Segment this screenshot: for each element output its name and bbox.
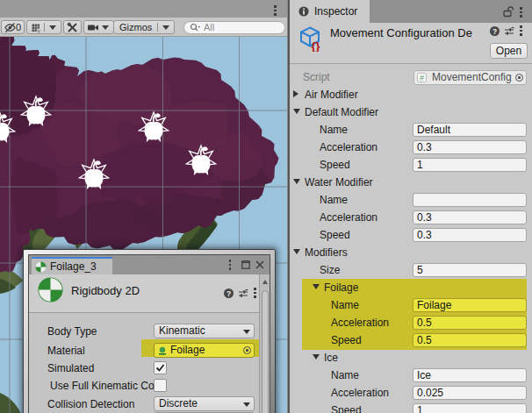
property-label: Simulated <box>47 362 94 374</box>
foldout-label[interactable]: Default Modifier <box>305 106 378 118</box>
property-label: Speed <box>331 334 362 346</box>
foldout-label[interactable]: Air Modifier <box>305 89 358 101</box>
text-field-acceleration[interactable]: 0.025 <box>413 386 527 400</box>
physics-material-icon <box>158 346 167 355</box>
property-label: Collision Detection <box>47 398 134 410</box>
object-field-material[interactable]: Foilage <box>154 343 255 358</box>
grid-visibility-icon: Y <box>30 22 41 33</box>
open-button[interactable]: Open <box>490 43 528 59</box>
foldout-water-modifier: Water Modifier <box>290 174 532 191</box>
dropdown-collision-detection[interactable]: Discrete <box>154 396 255 411</box>
property-label: Name <box>331 299 359 311</box>
chevron-down-icon <box>162 25 169 30</box>
camera-icon <box>87 22 100 33</box>
foldout-label[interactable]: Modifiers <box>305 246 348 259</box>
property-row: Simulated <box>29 359 260 376</box>
dropdown-body-type[interactable]: Kinematic <box>154 324 255 338</box>
text-field-speed[interactable]: 0.3 <box>413 228 527 242</box>
svg-text:{}: {} <box>312 39 320 52</box>
property-row-acceleration: Acceleration0.5 <box>290 314 532 331</box>
text-field-acceleration[interactable]: 0.3 <box>413 140 527 154</box>
text-field-name[interactable]: Foilage <box>413 298 527 312</box>
property-row-name: Name <box>290 191 532 209</box>
script-object-field[interactable]: # MovementConfig <box>413 70 527 85</box>
inspector-title: Movement Configuration De <box>330 26 492 39</box>
scene-search-input[interactable]: All <box>183 21 285 34</box>
foldout-label[interactable]: Foilage <box>324 281 358 294</box>
presets-icon[interactable] <box>504 26 514 37</box>
foldout-modifiers: Modifiers <box>290 244 532 261</box>
property-label: Use Full Kinematic Co <box>50 380 154 392</box>
text-field-speed[interactable]: 0.5 <box>413 333 527 347</box>
foldout-closed-icon[interactable] <box>293 90 298 97</box>
foldout-label[interactable]: Ice <box>324 352 338 364</box>
property-row: MaterialFoilage <box>29 341 260 359</box>
property-row-speed: Speed0.5 <box>290 331 532 349</box>
text-field-name[interactable] <box>413 193 527 207</box>
foldout-open-icon[interactable] <box>313 354 320 360</box>
text-field-speed[interactable]: 1 <box>413 158 527 172</box>
inspector-panel: Inspector {} Movement Configuration De ?… <box>290 0 532 413</box>
foldout-open-icon[interactable] <box>313 284 320 289</box>
help-icon[interactable]: ? <box>490 26 500 36</box>
chevron-down-icon <box>243 330 250 334</box>
property-row: Use Full Kinematic Co <box>29 376 260 394</box>
scene-toolbar: 0 Y Gizmos <box>0 18 287 37</box>
gizmos-dropdown[interactable]: Gizmos <box>113 20 175 34</box>
scrollbar-thumb[interactable] <box>262 290 269 413</box>
kebab-menu-icon[interactable] <box>520 25 522 36</box>
csharp-script-icon: # <box>417 73 427 82</box>
unlock-icon[interactable] <box>502 5 514 18</box>
text-field-size[interactable]: 5 <box>413 263 527 277</box>
property-label: Name <box>320 124 348 136</box>
property-row-acceleration: Acceleration0.3 <box>290 209 532 226</box>
foldout-label[interactable]: Water Modifier <box>305 176 373 189</box>
tab-inspector[interactable]: Inspector <box>290 0 370 23</box>
checkbox-use-full-kinematic-co[interactable] <box>154 379 167 392</box>
property-label: Name <box>320 194 348 206</box>
component-tools-button[interactable] <box>63 20 82 34</box>
scene-visibility-button[interactable]: 0 <box>1 20 25 34</box>
property-label: Speed <box>320 229 350 241</box>
property-label: Speed <box>331 404 362 413</box>
scene-visibility-eye-icon <box>4 22 16 33</box>
kebab-menu-icon[interactable] <box>520 7 522 18</box>
object-picker-icon[interactable] <box>515 74 523 82</box>
property-label: Size <box>320 264 340 276</box>
camera-button[interactable] <box>83 20 114 34</box>
chevron-down-icon <box>243 402 250 407</box>
property-label: Material <box>47 345 85 357</box>
property-label: Name <box>331 369 359 381</box>
window-scrollbar[interactable] <box>259 274 270 413</box>
text-field-acceleration[interactable]: 0.5 <box>413 316 527 330</box>
text-field-acceleration[interactable]: 0.3 <box>413 210 527 224</box>
property-label: Acceleration <box>320 141 377 153</box>
scene-tab-strip <box>0 0 287 18</box>
property-label: Speed <box>320 159 350 171</box>
property-row-size: Size5 <box>290 261 532 279</box>
property-row-speed: Speed1 <box>290 402 532 413</box>
text-field-speed[interactable]: 1 <box>413 403 527 413</box>
foldout-open-icon[interactable] <box>293 179 300 184</box>
checkbox-simulated[interactable] <box>154 361 167 374</box>
inspector-tab-bar: Inspector <box>290 0 532 23</box>
foldout-open-icon[interactable] <box>293 249 300 254</box>
property-row-acceleration: Acceleration0.3 <box>290 139 532 156</box>
script-value: MovementConfig <box>432 71 512 83</box>
foldout-air-modifier: Air Modifier <box>290 86 532 103</box>
text-field-name[interactable]: Ice <box>413 368 527 382</box>
property-row-name: NameFoilage <box>290 296 532 314</box>
property-label: Acceleration <box>320 211 377 224</box>
object-picker-icon[interactable] <box>243 346 251 354</box>
foldout-ice: Ice <box>290 349 532 367</box>
floating-properties-window[interactable]: Foilage_3 Rigidbody 2D ? B <box>23 249 276 413</box>
text-field-name[interactable]: Default <box>413 123 527 137</box>
scroll-up-icon[interactable] <box>262 280 268 284</box>
grid-visibility-button[interactable]: Y <box>26 20 61 34</box>
scriptable-object-icon: {} <box>298 25 324 52</box>
component-tools-icon <box>67 22 78 33</box>
property-row: Collision DetectionDiscrete <box>29 395 260 412</box>
kebab-menu-icon[interactable] <box>274 5 277 16</box>
chevron-down-icon <box>102 25 109 30</box>
foldout-open-icon[interactable] <box>293 109 300 114</box>
